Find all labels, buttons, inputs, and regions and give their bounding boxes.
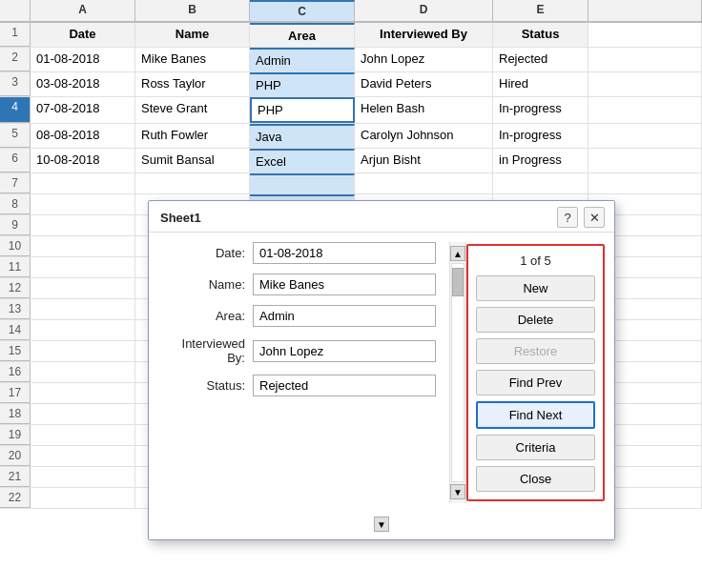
col-header-d: D xyxy=(355,0,493,22)
row-num-18: 18 xyxy=(0,404,31,424)
cell-r2-c5: Rejected xyxy=(493,48,588,71)
spreadsheet-row-3: 303-08-2018Ross TaylorPHPDavid PetersHir… xyxy=(0,72,702,97)
dialog-footer: ▼ xyxy=(149,513,614,539)
area-field[interactable] xyxy=(253,305,436,327)
cell-r7-c2 xyxy=(135,173,250,193)
new-button[interactable]: New xyxy=(476,275,595,301)
row-num-11: 11 xyxy=(0,257,31,277)
form-row-name-field: Name: xyxy=(162,274,436,295)
interviewed-by-field[interactable] xyxy=(253,340,436,362)
row-num-16: 16 xyxy=(0,362,31,382)
cell-r7-c5 xyxy=(493,173,588,193)
corner-cell xyxy=(0,0,31,22)
row-num-3: 3 xyxy=(0,72,31,96)
row-num-14: 14 xyxy=(0,320,31,340)
row-num-15: 15 xyxy=(0,341,31,361)
cell-r3-extra xyxy=(588,72,702,96)
row-num-17: 17 xyxy=(0,383,31,403)
cell-r3-c1: 03-08-2018 xyxy=(31,72,135,96)
cell-r10-c1 xyxy=(31,236,135,256)
cell-r3-c5: Hired xyxy=(493,72,588,96)
row-num-10: 10 xyxy=(0,236,31,256)
record-info: 1 of 5 xyxy=(476,253,595,268)
dialog-action-buttons: 1 of 5 NewDeleteRestoreFind PrevFind Nex… xyxy=(466,244,605,501)
cell-r6-c4: Arjun Bisht xyxy=(355,149,493,172)
status-field[interactable] xyxy=(253,375,436,396)
cell-r4-c3: PHP xyxy=(250,97,355,123)
cell-r5-c2: Ruth Fowler xyxy=(135,124,250,148)
cell-r4-c4: Helen Bash xyxy=(355,97,493,123)
cell-r7-c4 xyxy=(355,173,493,193)
cell-r6-c5: in Progress xyxy=(493,149,588,172)
label-status-field: Status: xyxy=(162,378,253,393)
find-next-button[interactable]: Find Next xyxy=(476,401,595,429)
cell-r6-extra xyxy=(588,149,702,172)
form-row-interviewed-by-field: Interviewed By: xyxy=(162,336,436,365)
cell-r5-c5: In-progress xyxy=(493,124,588,148)
scroll-up-arrow[interactable]: ▲ xyxy=(450,246,465,261)
cell-r12-c1 xyxy=(31,278,135,298)
cell-r8-c1 xyxy=(31,194,135,214)
dialog-close-button[interactable]: ✕ xyxy=(584,207,605,228)
cell-r19-c1 xyxy=(31,425,135,445)
scroll-track xyxy=(451,263,465,482)
cell-r2-c1: 01-08-2018 xyxy=(31,48,135,71)
cell-r6-c2: Sumit Bansal xyxy=(135,149,250,172)
cell-r1-c5: Status xyxy=(493,23,588,47)
criteria-button[interactable]: Criteria xyxy=(476,435,595,460)
dialog-title: Sheet1 xyxy=(160,211,201,225)
cell-r6-c1: 10-08-2018 xyxy=(31,149,135,172)
dialog-form-panel: Sheet1 ? ✕ Date:Name:Area:Interviewed By… xyxy=(148,200,615,540)
scroll-down-arrow-mid[interactable]: ▼ xyxy=(450,484,465,499)
cell-r6-c3: Excel xyxy=(250,149,355,172)
close-button[interactable]: Close xyxy=(476,466,595,492)
col-header-c: C xyxy=(250,0,355,22)
dialog-form-fields: Date:Name:Area:Interviewed By:Status: xyxy=(149,242,449,503)
cell-r3-c4: David Peters xyxy=(355,72,493,96)
row-num-19: 19 xyxy=(0,425,31,445)
cell-r13-c1 xyxy=(31,299,135,319)
cell-r7-c3 xyxy=(250,173,355,193)
form-row-date-field: Date: xyxy=(162,242,436,264)
scroll-bottom-arrow[interactable]: ▼ xyxy=(374,517,389,532)
spreadsheet-row-5: 508-08-2018Ruth FowlerJavaCarolyn Johnso… xyxy=(0,124,702,149)
delete-button[interactable]: Delete xyxy=(476,307,595,333)
cell-r22-c1 xyxy=(31,488,135,508)
cell-r14-c1 xyxy=(31,320,135,340)
row-num-1: 1 xyxy=(0,23,31,47)
cell-r4-extra xyxy=(588,97,702,123)
col-header-e: E xyxy=(493,0,588,22)
form-row-area-field: Area: xyxy=(162,305,436,327)
cell-r18-c1 xyxy=(31,404,135,424)
spreadsheet-row-4: 407-08-2018Steve GrantPHPHelen BashIn-pr… xyxy=(0,97,702,124)
cell-r20-c1 xyxy=(31,446,135,466)
cell-r3-c3: PHP xyxy=(250,72,355,96)
dialog-scrollbar[interactable]: ▲ ▼ xyxy=(449,242,466,503)
help-button[interactable]: ? xyxy=(557,207,578,228)
dialog-titlebar: Sheet1 ? ✕ xyxy=(149,201,614,233)
label-interviewed-by-field: Interviewed By: xyxy=(162,336,253,365)
row-num-21: 21 xyxy=(0,467,31,487)
date-field[interactable] xyxy=(253,242,436,264)
scroll-thumb[interactable] xyxy=(452,268,464,296)
name-field[interactable] xyxy=(253,274,436,295)
cell-r2-c3: Admin xyxy=(250,48,355,71)
cell-r7-c1 xyxy=(31,173,135,193)
label-date-field: Date: xyxy=(162,246,253,260)
cell-r17-c1 xyxy=(31,383,135,403)
spreadsheet-row-1: 1DateNameAreaInterviewed ByStatus xyxy=(0,23,702,48)
row-num-20: 20 xyxy=(0,446,31,466)
label-area-field: Area: xyxy=(162,309,253,323)
cell-r9-c1 xyxy=(31,215,135,235)
cell-r11-c1 xyxy=(31,257,135,277)
spreadsheet-row-2: 201-08-2018Mike BanesAdminJohn LopezReje… xyxy=(0,48,702,72)
cell-r1-c1: Date xyxy=(31,23,135,47)
row-num-8: 8 xyxy=(0,194,31,214)
row-num-4: 4 xyxy=(0,97,31,123)
row-num-6: 6 xyxy=(0,149,31,172)
cell-r7-extra xyxy=(588,173,702,193)
cell-r2-c4: John Lopez xyxy=(355,48,493,71)
find-prev-button[interactable]: Find Prev xyxy=(476,370,595,395)
cell-r1-c2: Name xyxy=(135,23,250,47)
cell-r4-c5: In-progress xyxy=(493,97,588,123)
